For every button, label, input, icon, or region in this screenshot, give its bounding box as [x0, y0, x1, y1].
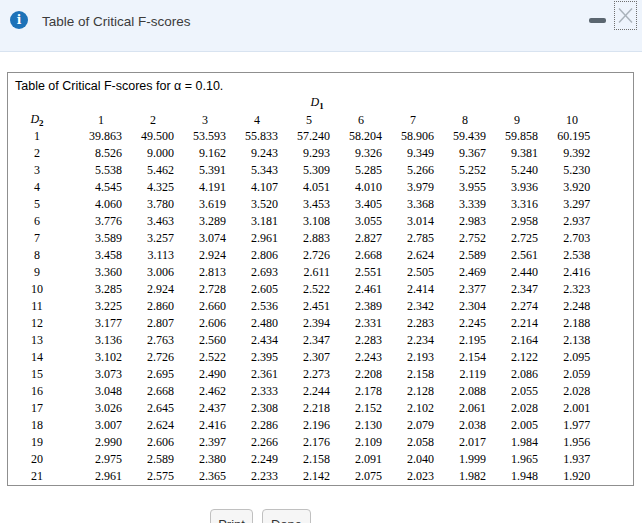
row-header: 9 [16, 264, 74, 281]
row-header: 8 [16, 247, 74, 264]
f-score-cell: 4.060 [74, 196, 126, 213]
f-score-cell: 2.416 [178, 417, 230, 434]
f-score-cell: 2.249 [230, 451, 282, 468]
f-score-cell: 3.339 [438, 196, 490, 213]
f-score-cell: 9.162 [178, 145, 230, 162]
f-score-cell: 2.109 [334, 434, 386, 451]
f-score-cell: 2.331 [334, 315, 386, 332]
f-score-cell: 2.606 [178, 315, 230, 332]
table-row: 133.1362.7632.5602.4342.3472.2832.2342.1… [16, 332, 594, 349]
table-row: 28.5269.0009.1629.2439.2939.3269.3499.36… [16, 145, 594, 162]
f-score-cell: 2.958 [490, 213, 542, 230]
table-row: 163.0482.6682.4622.3332.2442.1782.1282.0… [16, 383, 594, 400]
f-score-cell: 2.589 [126, 451, 178, 468]
f-score-cell: 2.807 [126, 315, 178, 332]
f-score-cell: 2.038 [438, 417, 490, 434]
f-score-cell: 2.536 [230, 298, 282, 315]
f-score-cell: 2.283 [386, 315, 438, 332]
table-row: 93.3603.0062.8132.6932.6112.5512.5052.46… [16, 264, 594, 281]
row-header: 16 [16, 383, 74, 400]
table-row: 73.5893.2573.0742.9612.8832.8272.7852.75… [16, 230, 594, 247]
f-score-cell: 2.102 [386, 400, 438, 417]
f-score-cell: 2.462 [178, 383, 230, 400]
f-score-cell: 3.073 [74, 366, 126, 383]
f-score-cell: 3.289 [178, 213, 230, 230]
f-score-cell: 2.490 [178, 366, 230, 383]
table-row: 192.9902.6062.3972.2662.1762.1092.0582.0… [16, 434, 594, 451]
f-score-cell: 2.138 [542, 332, 594, 349]
f-score-cell: 2.990 [74, 434, 126, 451]
row-header: 18 [16, 417, 74, 434]
table-row: 103.2852.9242.7282.6052.5222.4612.4142.3… [16, 281, 594, 298]
f-score-cell: 2.551 [334, 264, 386, 281]
f-score-cell: 2.813 [178, 264, 230, 281]
f-score-cell: 3.453 [282, 196, 334, 213]
f-score-cell: 2.142 [282, 468, 334, 485]
f-score-cell: 53.593 [178, 128, 230, 145]
f-score-cell: 2.154 [438, 349, 490, 366]
info-circle-icon: i [10, 11, 28, 29]
f-score-cell: 2.397 [178, 434, 230, 451]
f-score-cell: 2.286 [230, 417, 282, 434]
f-score-cell: 3.520 [230, 196, 282, 213]
f-score-cell: 2.218 [282, 400, 334, 417]
f-score-cell: 2.091 [334, 451, 386, 468]
col-header: 6 [334, 112, 386, 128]
f-score-cell: 2.961 [230, 230, 282, 247]
f-score-cell: 2.273 [282, 366, 334, 383]
close-button[interactable] [614, 1, 637, 30]
f-score-cell: 5.240 [490, 162, 542, 179]
f-score-cell: 2.522 [178, 349, 230, 366]
f-score-cell: 3.136 [74, 332, 126, 349]
col-header: 3 [178, 112, 230, 128]
f-score-cell: 2.152 [334, 400, 386, 417]
f-score-cell: 2.214 [490, 315, 542, 332]
dialog-title: Table of Critical F-scores [42, 14, 191, 29]
minimize-button[interactable] [589, 18, 606, 23]
done-button[interactable]: Done [262, 509, 311, 523]
f-score-cell: 2.248 [542, 298, 594, 315]
row-header: 11 [16, 298, 74, 315]
f-score-cell: 2.193 [386, 349, 438, 366]
f-score-cell: 2.983 [438, 213, 490, 230]
f-score-cell: 2.365 [178, 468, 230, 485]
f-score-cell: 58.204 [334, 128, 386, 145]
f-score-cell: 57.240 [282, 128, 334, 145]
f-score-cell: 4.107 [230, 179, 282, 196]
table-row: 183.0072.6242.4162.2862.1962.1302.0792.0… [16, 417, 594, 434]
col-header: 10 [542, 112, 594, 128]
f-score-cell: 2.726 [126, 349, 178, 366]
row-header: 17 [16, 400, 74, 417]
f-score-cell: 8.526 [74, 145, 126, 162]
f-score-cell: 2.028 [542, 383, 594, 400]
f-score-cell: 2.763 [126, 332, 178, 349]
f-score-cell: 2.624 [126, 417, 178, 434]
f-score-cell: 5.285 [334, 162, 386, 179]
print-button[interactable]: Print [210, 509, 253, 523]
table-row: 123.1772.8072.6062.4802.3942.3312.2832.2… [16, 315, 594, 332]
f-score-cell: 2.752 [438, 230, 490, 247]
f-table-panel: Table of Critical F-scores for α = 0.10.… [7, 72, 634, 486]
f-score-cell: 3.177 [74, 315, 126, 332]
f-score-cell: 2.061 [438, 400, 490, 417]
f-score-cell: 2.561 [490, 247, 542, 264]
f-score-cell: 2.128 [386, 383, 438, 400]
f-score-cell: 59.858 [490, 128, 542, 145]
f-score-cell: 2.395 [230, 349, 282, 366]
f-score-cell: 5.266 [386, 162, 438, 179]
f-score-cell: 9.000 [126, 145, 178, 162]
f-score-cell: 2.017 [438, 434, 490, 451]
f-score-cell: 59.439 [438, 128, 490, 145]
f-score-cell: 2.860 [126, 298, 178, 315]
f-score-cell: 2.244 [282, 383, 334, 400]
f-score-cell: 3.776 [74, 213, 126, 230]
f-score-cell: 2.283 [334, 332, 386, 349]
f-score-cell: 3.458 [74, 247, 126, 264]
f-score-cell: 2.333 [230, 383, 282, 400]
f-score-cell: 3.026 [74, 400, 126, 417]
f-score-cell: 2.416 [542, 264, 594, 281]
f-score-cell: 2.380 [178, 451, 230, 468]
f-score-cell: 5.462 [126, 162, 178, 179]
f-score-cell: 2.055 [490, 383, 542, 400]
col-header: 4 [230, 112, 282, 128]
